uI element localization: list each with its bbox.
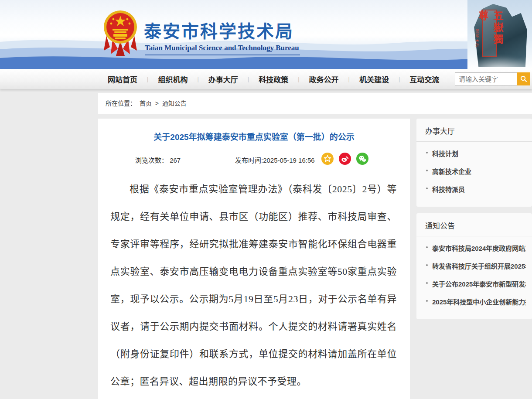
sidebar-item-tech-commissioner[interactable]: 科技特派员: [425, 180, 526, 198]
site-banner: 泰安市科学技术局 Taian Municipal Science and Tec…: [0, 0, 532, 69]
nav-item-interaction[interactable]: 互动交流: [400, 74, 449, 85]
breadcrumb-separator: >: [155, 100, 159, 107]
nav-item-organization[interactable]: 组织机构: [148, 74, 197, 85]
breadcrumb-current[interactable]: 通知公告: [162, 100, 187, 107]
article-body: 根据《泰安市重点实验室管理办法》（泰科发〔2025〕2号）等规定，经有关单位申请…: [110, 175, 397, 395]
site-title: 泰安市科学技术局: [144, 17, 294, 43]
search-button[interactable]: [517, 72, 530, 85]
sidebar-section-service-hall: 办事大厅 科技计划 高新技术企业 科技特派员: [416, 119, 532, 207]
views-label: 浏览次数：: [135, 157, 168, 164]
mist-graphic: [467, 56, 532, 69]
sidebar: 办事大厅 科技计划 高新技术企业 科技特派员 通知公告 泰安市科技局2024年度…: [416, 119, 532, 326]
sidebar-list: 泰安市科技局2024年度政府网站工... 转发省科技厅关于组织开展2025年..…: [416, 236, 532, 310]
site-search: [455, 72, 530, 85]
nav-item-agency-building[interactable]: 机关建设: [350, 74, 399, 85]
sidebar-section-notices: 通知公告 泰安市科技局2024年度政府网站工... 转发省科技厅关于组织开展20…: [416, 213, 532, 319]
sidebar-item-hightech-enterprise[interactable]: 高新技术企业: [425, 162, 526, 180]
sidebar-notice-item[interactable]: 2025年科技型中小企业创新能力提...: [425, 293, 526, 310]
wechat-share-icon[interactable]: [356, 153, 368, 165]
main-navbar: 网站首页 | 组织机构 | 办事大厅 | 科技政策 | 政务公开 | 机关建设 …: [0, 69, 532, 89]
sidebar-section-title: 办事大厅: [416, 119, 532, 142]
share-buttons: [321, 153, 368, 165]
sidebar-notice-item[interactable]: 转发省科技厅关于组织开展2025年...: [425, 257, 526, 275]
nav-menu: 网站首页 | 组织机构 | 办事大厅 | 科技政策 | 政务公开 | 机关建设 …: [98, 69, 449, 89]
breadcrumb: 所在位置： 首页 > 通知公告: [98, 93, 532, 114]
mount-tai-stone-photo: 昂頭天外 五嶽獨尊: [467, 0, 532, 69]
article-meta: 浏览次数： 267 发布时间:2025-05-19 16:56: [98, 153, 410, 166]
sidebar-notice-item[interactable]: 关于公布2025年泰安市新型研发机...: [425, 275, 526, 293]
article-title: 关于2025年拟筹建泰安市重点实验室（第一批）的公示: [98, 130, 410, 142]
sidebar-section-title: 通知公告: [416, 213, 532, 236]
sidebar-notice-item[interactable]: 泰安市科技局2024年度政府网站工...: [425, 239, 526, 257]
sidebar-item-tech-plan[interactable]: 科技计划: [425, 144, 526, 162]
nav-item-service-hall[interactable]: 办事大厅: [199, 74, 248, 85]
sidebar-list: 科技计划 高新技术企业 科技特派员: [416, 142, 532, 198]
qzone-share-icon[interactable]: [321, 153, 334, 165]
search-input[interactable]: [455, 72, 517, 85]
view-count: 浏览次数： 267: [135, 155, 181, 164]
search-icon: [520, 75, 527, 82]
nav-item-gov-affairs[interactable]: 政务公开: [300, 74, 348, 85]
nav-item-policy[interactable]: 科技政策: [249, 74, 298, 85]
breadcrumb-home-link[interactable]: 首页: [140, 100, 152, 107]
article-panel: 关于2025年拟筹建泰安市重点实验室（第一批）的公示 浏览次数： 267 发布时…: [98, 119, 410, 399]
breadcrumb-label: 所在位置：: [106, 100, 136, 107]
national-emblem-icon: [103, 9, 138, 58]
views-value: 267: [170, 157, 181, 164]
stone-inscription: 五嶽獨尊: [482, 10, 497, 57]
site-subtitle: Taian Municipal Science and Technology B…: [145, 44, 300, 55]
breadcrumb-bar: 所在位置： 首页 > 通知公告: [98, 93, 532, 114]
nav-item-home[interactable]: 网站首页: [98, 74, 147, 85]
weibo-share-icon[interactable]: [339, 153, 351, 165]
publish-time: 发布时间:2025-05-19 16:56: [235, 155, 315, 164]
